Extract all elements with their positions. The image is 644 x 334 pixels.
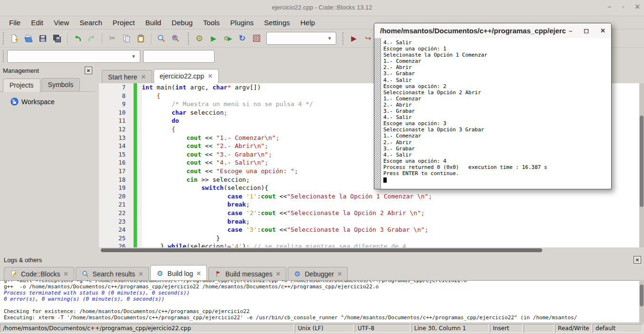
toolbar-grip[interactable] — [187, 32, 190, 45]
menu-tools[interactable]: Tools — [198, 17, 225, 28]
editor-horizontal-scrollbar[interactable] — [99, 247, 644, 254]
menu-build[interactable]: Build — [140, 17, 166, 28]
close-icon[interactable]: ✕ — [138, 271, 143, 277]
log-tab-code-blocks[interactable]: Code::Blocks✕ — [4, 267, 74, 280]
change-bar — [134, 108, 137, 117]
toolbar-separator — [67, 33, 68, 44]
close-icon[interactable]: ✕ — [276, 271, 281, 277]
close-icon[interactable]: ✕ — [208, 73, 213, 79]
copy-button[interactable] — [120, 32, 133, 45]
terminal-line: 4.- Salir — [383, 114, 547, 120]
menu-plugins[interactable]: Plugins — [225, 17, 259, 28]
cut-button[interactable]: ✂ — [106, 32, 118, 45]
menu-project[interactable]: Project — [107, 17, 140, 28]
chevron-down-icon: ▼ — [131, 54, 136, 59]
chevron-down-icon: ▼ — [327, 36, 332, 41]
abort-build-button[interactable] — [250, 32, 263, 45]
menu-search[interactable]: Search — [74, 17, 107, 28]
scrollbar-thumb[interactable] — [101, 248, 542, 252]
paste-button[interactable] — [135, 32, 147, 45]
code-text: cout << "4.- Salir\n"; — [142, 158, 268, 167]
debug-continue-button[interactable]: ▶ — [348, 32, 360, 45]
build-and-run-button[interactable]: ⚙▶ — [222, 32, 234, 45]
rebuild-button[interactable]: ↻ — [236, 32, 248, 45]
terminal-line: 4.- Salir — [383, 152, 547, 158]
tab-projects[interactable]: Projects — [3, 79, 40, 92]
tree-item-workspace[interactable]: Workspace — [0, 92, 95, 106]
maximize-icon[interactable]: ▫ — [622, 3, 624, 10]
pencil-page-icon — [10, 270, 18, 278]
search-combobox[interactable]: ▼ — [7, 50, 140, 63]
new-file-button[interactable] — [8, 32, 20, 45]
line-number: 22 — [99, 209, 134, 217]
close-icon[interactable]: ✕ — [63, 271, 68, 277]
log-tab-search-results[interactable]: Search results✕ — [76, 267, 149, 280]
code-text: cout << "1.- Comenzar\n"; — [142, 134, 280, 142]
fold-margin — [137, 200, 142, 209]
editor-tab-start-here[interactable]: Start here✕ — [102, 70, 152, 83]
open-file-button[interactable] — [22, 32, 35, 45]
redo-button[interactable] — [86, 32, 98, 45]
minimize-icon[interactable]: – — [608, 3, 612, 10]
search-field[interactable] — [143, 50, 215, 63]
change-bar — [134, 125, 137, 134]
replace-button[interactable]: R — [169, 32, 182, 45]
line-number: 13 — [99, 134, 134, 142]
build-button[interactable]: ⚙ — [193, 32, 205, 45]
close-icon[interactable]: ✕ — [600, 27, 605, 34]
save-all-button[interactable] — [51, 32, 63, 45]
menu-settings[interactable]: Settings — [259, 17, 295, 28]
menu-help[interactable]: Help — [295, 17, 321, 28]
editor-tab-ejercicio22-cpp[interactable]: ejercicio22.cpp✕ — [154, 69, 219, 83]
terminal-line: Escoge una opción: 2 — [383, 83, 547, 89]
editor-tab-label: ejercicio22.cpp — [160, 72, 204, 80]
log-tab-build-messages[interactable]: Build messages✕ — [208, 267, 286, 280]
terminal-scrollbar[interactable] — [374, 38, 381, 189]
toolbar-grip[interactable] — [342, 32, 344, 45]
scrollbar-thumb[interactable] — [640, 116, 644, 207]
logs-close-icon[interactable]: ✕ — [634, 256, 641, 264]
minimize-icon[interactable]: – — [569, 27, 572, 34]
run-button[interactable]: ▶ — [207, 32, 220, 45]
close-icon[interactable]: ✕ — [634, 3, 640, 10]
toolbar-grip[interactable] — [2, 32, 5, 45]
code-line: 24 case '3':cout <<"Seleccionaste la Opc… — [99, 226, 639, 234]
code-text: cout << "Escoge una opción: "; — [142, 167, 298, 176]
tab-symbols[interactable]: Symbols — [41, 78, 80, 91]
build-target-combobox[interactable]: ▼ — [266, 32, 336, 45]
management-close-icon[interactable]: ✕ — [85, 67, 92, 74]
close-icon[interactable]: ✕ — [337, 271, 342, 277]
log-tab-build-log[interactable]: ⚙Build log✕ — [150, 265, 207, 280]
run-to-cursor-button[interactable]: ↪ — [362, 32, 374, 45]
log-line: g++ -Wall -fexceptions -g -c /home/msant… — [4, 280, 639, 284]
close-icon[interactable]: ✕ — [196, 270, 201, 277]
debug-continue-icon: ▶ — [351, 34, 357, 43]
terminal-line: Escoge una opción: 4 — [383, 158, 547, 164]
close-icon[interactable]: ✕ — [141, 74, 146, 80]
undo-button[interactable] — [71, 32, 84, 45]
redo-icon — [87, 34, 97, 43]
find-button[interactable] — [155, 32, 167, 45]
menu-view[interactable]: View — [49, 17, 74, 28]
log-vertical-scrollbar[interactable] — [639, 280, 644, 322]
menu-file[interactable]: File — [4, 17, 26, 28]
toolbar-separator — [151, 33, 151, 44]
menu-edit[interactable]: Edit — [26, 17, 49, 28]
fold-margin — [137, 184, 142, 192]
code-text: do — [142, 117, 179, 125]
status-cell-3: Line 30, Column 1 — [411, 324, 489, 333]
undo-icon — [73, 34, 82, 43]
menu-debug[interactable]: Debug — [166, 17, 198, 28]
maximize-icon[interactable]: ◻ — [584, 27, 589, 34]
toolbar-grip[interactable] — [2, 50, 5, 62]
title-bar[interactable]: ejercicio22.cpp - Code::Blocks 13.12 – ▫… — [0, 0, 644, 16]
status-bar: /home/msantos/Documentos/c++/programas_c… — [0, 323, 644, 334]
terminal-title-bar[interactable]: /home/msantos/Documentos/c++/programas_c… — [374, 23, 611, 39]
line-number: 19 — [99, 184, 134, 192]
terminal-line: 2.- Abrir — [383, 102, 547, 108]
build-log-output: g++ -Wall -fexceptions -g -c /home/msant… — [0, 280, 639, 323]
scrollbar-thumb[interactable] — [640, 285, 644, 306]
save-button[interactable] — [37, 32, 49, 45]
log-tab-debugger[interactable]: ⚙Debugger✕ — [288, 267, 348, 280]
editor-vertical-scrollbar[interactable] — [639, 83, 644, 247]
